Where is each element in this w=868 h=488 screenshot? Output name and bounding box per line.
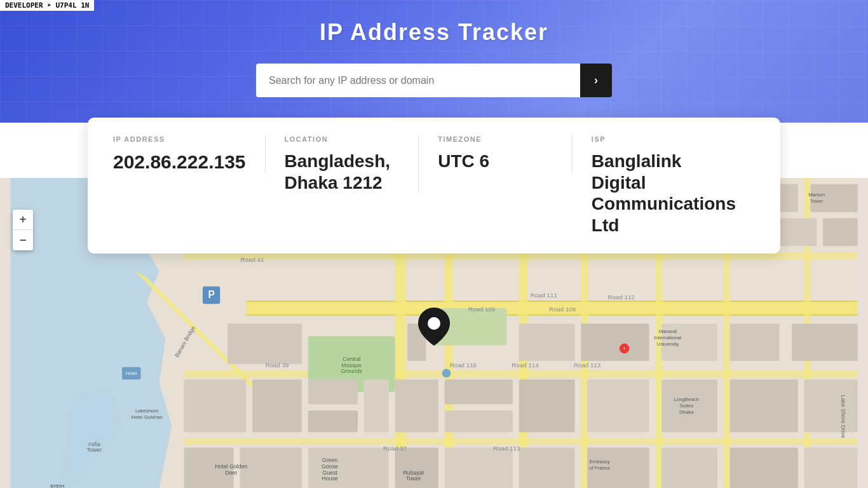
svg-rect-54 bbox=[364, 379, 389, 432]
svg-rect-43 bbox=[227, 323, 302, 363]
svg-rect-71 bbox=[730, 448, 798, 488]
location-value: Bangladesh, Dhaka 1212 bbox=[285, 151, 400, 193]
svg-text:+: + bbox=[623, 346, 626, 351]
marker-icon bbox=[418, 308, 450, 346]
svg-text:Goose: Goose bbox=[322, 463, 338, 470]
svg-text:Embassy: Embassy bbox=[590, 459, 610, 464]
svg-text:P: P bbox=[208, 289, 214, 300]
svg-text:Central: Central bbox=[342, 356, 360, 362]
zoom-in-button[interactable]: + bbox=[13, 210, 33, 230]
svg-rect-67 bbox=[445, 448, 513, 488]
header-content: IP Address Tracker › bbox=[0, 19, 868, 97]
svg-text:International: International bbox=[654, 335, 681, 341]
svg-rect-36 bbox=[780, 218, 817, 246]
zoom-controls: + − bbox=[13, 210, 33, 250]
svg-rect-58 bbox=[519, 379, 575, 432]
svg-text:LongBeach: LongBeach bbox=[674, 396, 699, 402]
svg-text:Rubayat: Rubayat bbox=[403, 470, 424, 476]
app-title: IP Address Tracker bbox=[320, 19, 548, 46]
svg-text:Road 37: Road 37 bbox=[383, 445, 407, 452]
svg-rect-65 bbox=[308, 448, 389, 488]
svg-text:of France: of France bbox=[589, 465, 610, 471]
isp-value: Banglalink Digital Communications Ltd bbox=[592, 151, 736, 236]
svg-rect-45 bbox=[519, 323, 575, 361]
svg-rect-53 bbox=[308, 410, 358, 432]
svg-rect-72 bbox=[804, 448, 858, 488]
svg-text:Tower: Tower bbox=[406, 475, 421, 482]
svg-text:Road 108: Road 108 bbox=[549, 306, 576, 313]
svg-text:Dhaka: Dhaka bbox=[679, 409, 694, 415]
svg-rect-57 bbox=[445, 410, 513, 432]
svg-text:Lakeshore: Lakeshore bbox=[135, 408, 158, 414]
location-section: LOCATION Bangladesh, Dhaka 1212 bbox=[266, 135, 419, 193]
svg-text:Deer: Deer bbox=[225, 470, 237, 476]
map-marker bbox=[418, 308, 450, 348]
svg-text:Road 113: Road 113 bbox=[574, 362, 600, 369]
svg-text:Mosque: Mosque bbox=[342, 362, 362, 369]
svg-rect-37 bbox=[823, 218, 858, 246]
svg-rect-49 bbox=[792, 323, 857, 361]
search-input[interactable] bbox=[256, 64, 580, 97]
svg-rect-46 bbox=[581, 323, 649, 361]
svg-text:Road 113: Road 113 bbox=[493, 445, 520, 452]
developer-bar: DEVELOPER ➤ U7P4L 1N bbox=[0, 0, 94, 11]
svg-text:Road 41: Road 41 bbox=[241, 256, 264, 263]
ip-address-value: 202.86.222.135 bbox=[113, 151, 246, 173]
isp-section: ISP Banglalink Digital Communications Lt… bbox=[573, 135, 755, 236]
info-card: IP ADDRESS 202.86.222.135 LOCATION Bangl… bbox=[88, 118, 780, 254]
timezone-label: TIMEZONE bbox=[438, 135, 553, 143]
zoom-out-button[interactable]: − bbox=[13, 230, 33, 250]
svg-rect-56 bbox=[445, 379, 513, 404]
svg-rect-59 bbox=[587, 379, 649, 432]
svg-text:Road 111: Road 111 bbox=[531, 292, 557, 299]
svg-rect-51 bbox=[252, 379, 302, 432]
svg-text:Marium: Marium bbox=[808, 192, 825, 198]
svg-text:Road 114: Road 114 bbox=[512, 362, 539, 369]
ip-address-label: IP ADDRESS bbox=[113, 135, 246, 143]
timezone-value: UTC 6 bbox=[438, 151, 553, 172]
svg-point-90 bbox=[442, 369, 451, 378]
svg-rect-50 bbox=[184, 379, 247, 432]
svg-text:Suites: Suites bbox=[679, 403, 693, 409]
svg-rect-62 bbox=[804, 379, 858, 432]
search-container: › bbox=[256, 64, 612, 97]
location-label: LOCATION bbox=[285, 135, 400, 143]
svg-rect-66 bbox=[395, 448, 438, 488]
search-button[interactable]: › bbox=[580, 64, 612, 97]
svg-text:Road 115: Road 115 bbox=[450, 362, 477, 369]
svg-rect-48 bbox=[730, 323, 780, 361]
svg-text:Guest: Guest bbox=[322, 470, 337, 476]
svg-text:Green: Green bbox=[322, 457, 337, 463]
svg-rect-68 bbox=[519, 448, 575, 488]
svg-rect-2 bbox=[246, 301, 857, 302]
svg-rect-55 bbox=[395, 379, 438, 432]
svg-text:House: House bbox=[322, 475, 337, 482]
svg-text:Tower: Tower bbox=[86, 447, 101, 453]
timezone-section: TIMEZONE UTC 6 bbox=[419, 135, 573, 172]
svg-text:Hotel Golden: Hotel Golden bbox=[215, 463, 247, 470]
svg-text:বাংলাদেশ: বাংলাদেশ bbox=[50, 484, 65, 488]
svg-rect-70 bbox=[661, 448, 717, 488]
svg-text:Lake Shore Drive: Lake Shore Drive bbox=[840, 395, 846, 438]
svg-rect-64 bbox=[240, 448, 302, 488]
svg-text:Manarat: Manarat bbox=[659, 329, 677, 334]
svg-rect-3 bbox=[246, 315, 857, 316]
svg-text:Road 112: Road 112 bbox=[608, 294, 635, 301]
svg-text:Asfia: Asfia bbox=[88, 441, 100, 447]
svg-rect-12 bbox=[184, 370, 858, 378]
isp-label: ISP bbox=[592, 135, 736, 143]
svg-text:Hotel Gulshan: Hotel Gulshan bbox=[131, 414, 162, 420]
svg-text:Hotel: Hotel bbox=[126, 370, 137, 376]
svg-rect-61 bbox=[730, 379, 798, 432]
svg-point-120 bbox=[428, 317, 440, 330]
svg-rect-52 bbox=[308, 379, 358, 404]
svg-text:University: University bbox=[657, 341, 679, 347]
svg-rect-13 bbox=[184, 438, 858, 445]
svg-text:Grounds: Grounds bbox=[341, 368, 362, 374]
svg-text:Tower: Tower bbox=[810, 198, 824, 204]
svg-text:Road 109: Road 109 bbox=[468, 306, 495, 313]
header-area: IP Address Tracker › bbox=[0, 0, 868, 123]
ip-address-section: IP ADDRESS 202.86.222.135 bbox=[113, 135, 266, 173]
svg-text:Road 39: Road 39 bbox=[266, 362, 289, 369]
